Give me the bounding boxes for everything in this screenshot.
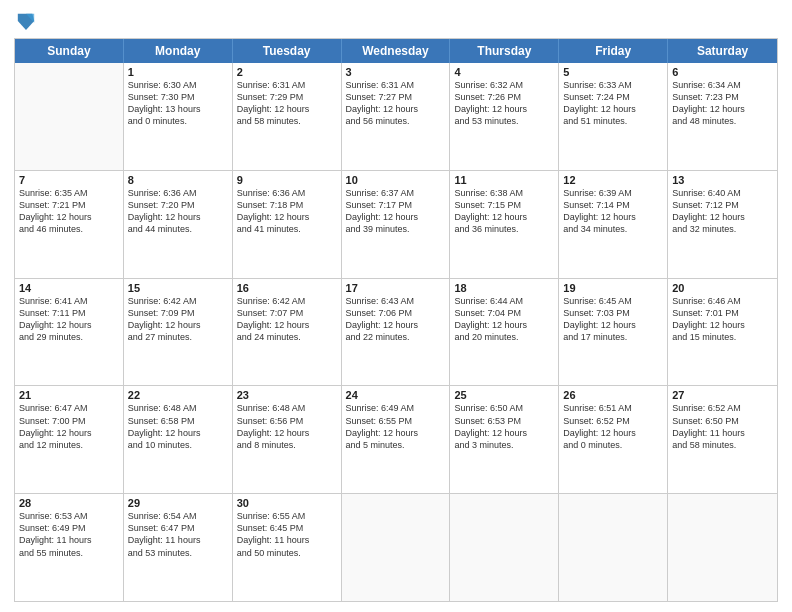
day-cell-10: 10Sunrise: 6:37 AMSunset: 7:17 PMDayligh…: [342, 171, 451, 278]
cell-info-line: and 39 minutes.: [346, 223, 446, 235]
cell-info-line: Sunrise: 6:31 AM: [237, 79, 337, 91]
day-cell-6: 6Sunrise: 6:34 AMSunset: 7:23 PMDaylight…: [668, 63, 777, 170]
cell-info-line: and 48 minutes.: [672, 115, 773, 127]
cell-info-line: Sunset: 7:00 PM: [19, 415, 119, 427]
day-number: 3: [346, 66, 446, 78]
cell-info-line: and 51 minutes.: [563, 115, 663, 127]
day-cell-23: 23Sunrise: 6:48 AMSunset: 6:56 PMDayligh…: [233, 386, 342, 493]
day-cell-24: 24Sunrise: 6:49 AMSunset: 6:55 PMDayligh…: [342, 386, 451, 493]
cell-info-line: Sunrise: 6:42 AM: [128, 295, 228, 307]
cell-info-line: and 0 minutes.: [563, 439, 663, 451]
cell-info-line: Sunrise: 6:36 AM: [237, 187, 337, 199]
cell-info-line: Sunset: 7:23 PM: [672, 91, 773, 103]
cell-info-line: Sunset: 7:27 PM: [346, 91, 446, 103]
header-day-saturday: Saturday: [668, 39, 777, 63]
day-number: 29: [128, 497, 228, 509]
day-cell-16: 16Sunrise: 6:42 AMSunset: 7:07 PMDayligh…: [233, 279, 342, 386]
empty-cell-0-0: [15, 63, 124, 170]
day-number: 27: [672, 389, 773, 401]
cell-info-line: and 34 minutes.: [563, 223, 663, 235]
calendar: SundayMondayTuesdayWednesdayThursdayFrid…: [14, 38, 778, 602]
cell-info-line: Sunset: 6:56 PM: [237, 415, 337, 427]
cell-info-line: Daylight: 12 hours: [563, 103, 663, 115]
day-cell-20: 20Sunrise: 6:46 AMSunset: 7:01 PMDayligh…: [668, 279, 777, 386]
day-number: 17: [346, 282, 446, 294]
day-cell-28: 28Sunrise: 6:53 AMSunset: 6:49 PMDayligh…: [15, 494, 124, 601]
cell-info-line: Sunset: 7:03 PM: [563, 307, 663, 319]
cell-info-line: and 3 minutes.: [454, 439, 554, 451]
day-cell-7: 7Sunrise: 6:35 AMSunset: 7:21 PMDaylight…: [15, 171, 124, 278]
cell-info-line: Daylight: 11 hours: [128, 534, 228, 546]
day-cell-13: 13Sunrise: 6:40 AMSunset: 7:12 PMDayligh…: [668, 171, 777, 278]
calendar-row-0: 1Sunrise: 6:30 AMSunset: 7:30 PMDaylight…: [15, 63, 777, 171]
cell-info-line: Sunset: 7:17 PM: [346, 199, 446, 211]
day-number: 18: [454, 282, 554, 294]
cell-info-line: and 8 minutes.: [237, 439, 337, 451]
cell-info-line: Sunrise: 6:53 AM: [19, 510, 119, 522]
header: [14, 10, 778, 32]
cell-info-line: Daylight: 11 hours: [237, 534, 337, 546]
day-number: 9: [237, 174, 337, 186]
day-number: 10: [346, 174, 446, 186]
cell-info-line: and 55 minutes.: [19, 547, 119, 559]
day-cell-26: 26Sunrise: 6:51 AMSunset: 6:52 PMDayligh…: [559, 386, 668, 493]
cell-info-line: Sunset: 7:26 PM: [454, 91, 554, 103]
cell-info-line: and 53 minutes.: [128, 547, 228, 559]
calendar-row-3: 21Sunrise: 6:47 AMSunset: 7:00 PMDayligh…: [15, 386, 777, 494]
day-cell-5: 5Sunrise: 6:33 AMSunset: 7:24 PMDaylight…: [559, 63, 668, 170]
cell-info-line: Sunrise: 6:40 AM: [672, 187, 773, 199]
day-number: 13: [672, 174, 773, 186]
cell-info-line: and 58 minutes.: [237, 115, 337, 127]
day-cell-11: 11Sunrise: 6:38 AMSunset: 7:15 PMDayligh…: [450, 171, 559, 278]
cell-info-line: Sunset: 6:58 PM: [128, 415, 228, 427]
cell-info-line: Sunset: 6:45 PM: [237, 522, 337, 534]
empty-cell-4-6: [668, 494, 777, 601]
day-number: 20: [672, 282, 773, 294]
cell-info-line: Daylight: 12 hours: [672, 211, 773, 223]
cell-info-line: Sunset: 7:15 PM: [454, 199, 554, 211]
calendar-row-1: 7Sunrise: 6:35 AMSunset: 7:21 PMDaylight…: [15, 171, 777, 279]
cell-info-line: Daylight: 12 hours: [454, 319, 554, 331]
cell-info-line: and 20 minutes.: [454, 331, 554, 343]
day-number: 24: [346, 389, 446, 401]
cell-info-line: Daylight: 11 hours: [672, 427, 773, 439]
cell-info-line: Daylight: 12 hours: [237, 211, 337, 223]
day-cell-30: 30Sunrise: 6:55 AMSunset: 6:45 PMDayligh…: [233, 494, 342, 601]
cell-info-line: Daylight: 12 hours: [346, 211, 446, 223]
cell-info-line: and 58 minutes.: [672, 439, 773, 451]
cell-info-line: and 12 minutes.: [19, 439, 119, 451]
logo-icon: [16, 10, 36, 32]
cell-info-line: Daylight: 12 hours: [237, 103, 337, 115]
cell-info-line: Sunrise: 6:51 AM: [563, 402, 663, 414]
cell-info-line: and 41 minutes.: [237, 223, 337, 235]
header-day-monday: Monday: [124, 39, 233, 63]
cell-info-line: Daylight: 12 hours: [237, 319, 337, 331]
page: SundayMondayTuesdayWednesdayThursdayFrid…: [0, 0, 792, 612]
cell-info-line: Daylight: 11 hours: [19, 534, 119, 546]
cell-info-line: Daylight: 12 hours: [19, 427, 119, 439]
cell-info-line: Daylight: 12 hours: [19, 211, 119, 223]
cell-info-line: Sunset: 7:06 PM: [346, 307, 446, 319]
cell-info-line: and 32 minutes.: [672, 223, 773, 235]
cell-info-line: Sunrise: 6:45 AM: [563, 295, 663, 307]
cell-info-line: Sunset: 7:21 PM: [19, 199, 119, 211]
day-cell-19: 19Sunrise: 6:45 AMSunset: 7:03 PMDayligh…: [559, 279, 668, 386]
cell-info-line: Sunrise: 6:43 AM: [346, 295, 446, 307]
header-day-sunday: Sunday: [15, 39, 124, 63]
cell-info-line: Sunset: 6:47 PM: [128, 522, 228, 534]
cell-info-line: Sunset: 6:55 PM: [346, 415, 446, 427]
cell-info-line: and 56 minutes.: [346, 115, 446, 127]
day-cell-12: 12Sunrise: 6:39 AMSunset: 7:14 PMDayligh…: [559, 171, 668, 278]
day-cell-25: 25Sunrise: 6:50 AMSunset: 6:53 PMDayligh…: [450, 386, 559, 493]
day-number: 7: [19, 174, 119, 186]
cell-info-line: Sunset: 7:29 PM: [237, 91, 337, 103]
cell-info-line: Sunset: 6:49 PM: [19, 522, 119, 534]
cell-info-line: and 10 minutes.: [128, 439, 228, 451]
calendar-header: SundayMondayTuesdayWednesdayThursdayFrid…: [15, 39, 777, 63]
cell-info-line: Sunset: 7:09 PM: [128, 307, 228, 319]
day-cell-8: 8Sunrise: 6:36 AMSunset: 7:20 PMDaylight…: [124, 171, 233, 278]
day-cell-2: 2Sunrise: 6:31 AMSunset: 7:29 PMDaylight…: [233, 63, 342, 170]
day-cell-1: 1Sunrise: 6:30 AMSunset: 7:30 PMDaylight…: [124, 63, 233, 170]
day-cell-17: 17Sunrise: 6:43 AMSunset: 7:06 PMDayligh…: [342, 279, 451, 386]
cell-info-line: Sunrise: 6:46 AM: [672, 295, 773, 307]
